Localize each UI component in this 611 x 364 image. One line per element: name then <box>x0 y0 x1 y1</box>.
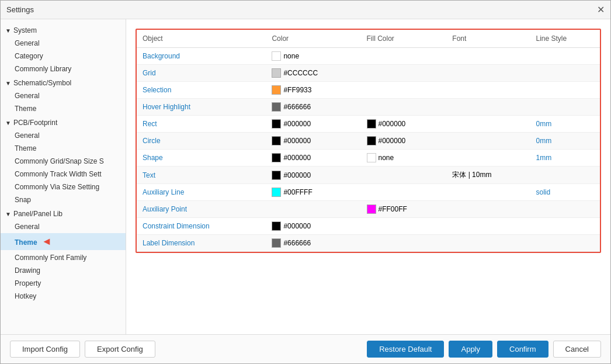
sidebar-section-panel: ▼ Panel/Panel Lib General Theme ◄ <box>1 207 126 250</box>
cell-fill-color[interactable] <box>361 48 447 65</box>
cell-color[interactable]: #666666 <box>266 99 360 116</box>
apply-button[interactable]: Apply <box>449 341 492 358</box>
cell-fill-color[interactable]: #FF00FF <box>361 201 447 218</box>
cell-fill-color[interactable] <box>361 99 447 116</box>
color-swatch[interactable] <box>272 136 281 145</box>
sidebar-section-header-system[interactable]: ▼ System <box>1 24 126 37</box>
color-swatch[interactable] <box>272 188 281 197</box>
color-swatch[interactable] <box>272 119 281 129</box>
cell-color[interactable]: #FF9933 <box>266 82 360 99</box>
table-row[interactable]: Label Dimension#666666 <box>137 235 600 252</box>
object-link[interactable]: Shape <box>143 154 163 162</box>
color-text: #FF9933 <box>283 86 311 94</box>
line-style-value: 1mm <box>536 154 552 162</box>
sidebar-item-general-panel[interactable]: General <box>1 220 126 233</box>
table-row[interactable]: Rect#000000#0000000mm <box>137 116 600 133</box>
sidebar-item-property[interactable]: Property <box>1 277 126 290</box>
object-link[interactable]: Label Dimension <box>143 239 195 247</box>
sidebar-item-theme-schematic[interactable]: Theme <box>1 102 126 115</box>
cell-color[interactable]: #000000 <box>266 116 360 133</box>
sidebar-item-commonly-grid[interactable]: Commonly Grid/Snap Size S <box>1 155 126 168</box>
sidebar-item-snap[interactable]: Snap <box>1 193 126 206</box>
color-swatch[interactable] <box>272 51 281 61</box>
cell-fill-color[interactable] <box>361 184 447 201</box>
object-link[interactable]: Auxiliary Point <box>143 205 187 213</box>
color-swatch[interactable] <box>272 153 281 162</box>
cell-color[interactable]: #000000 <box>266 167 360 184</box>
color-swatch[interactable] <box>272 102 281 112</box>
table-row[interactable]: Auxiliary Line#00FFFFsolid <box>137 184 600 201</box>
table-row[interactable]: Backgroundnone <box>137 48 600 65</box>
object-link[interactable]: Auxiliary Line <box>143 188 184 196</box>
sidebar-section-header-panel[interactable]: ▼ Panel/Panel Lib <box>1 207 126 220</box>
sidebar-item-category[interactable]: Category <box>1 50 126 63</box>
cell-object: Grid <box>137 65 266 82</box>
object-link[interactable]: Background <box>143 52 180 60</box>
sidebar-section-header-pcb[interactable]: ▼ PCB/Footprint <box>1 116 126 129</box>
export-config-button[interactable]: Export Config <box>85 341 155 358</box>
cell-fill-color[interactable]: #000000 <box>361 133 447 150</box>
import-config-button[interactable]: Import Config <box>10 341 80 358</box>
cell-fill-color[interactable] <box>361 65 447 82</box>
cell-color[interactable]: #666666 <box>266 235 360 252</box>
sidebar-item-commonly-track[interactable]: Commonly Track Width Sett <box>1 168 126 181</box>
cell-fill-color[interactable] <box>361 235 447 252</box>
confirm-button[interactable]: Confirm <box>497 341 548 358</box>
arrow-pcb: ▼ <box>5 120 11 126</box>
object-link[interactable]: Grid <box>143 69 156 77</box>
fill-color-swatch[interactable] <box>367 204 376 214</box>
main-panel: Object Color Fill Color Font Line Style … <box>126 19 610 334</box>
table-row[interactable]: Constraint Dimension#000000 <box>137 218 600 235</box>
sidebar-section-header-schematic[interactable]: ▼ Schematic/Symbol <box>1 77 126 89</box>
sidebar-item-general-pcb[interactable]: General <box>1 129 126 142</box>
object-link[interactable]: Selection <box>143 86 171 94</box>
color-swatch[interactable] <box>272 68 281 78</box>
sidebar-item-theme-panel[interactable]: Theme ◄ <box>1 233 126 250</box>
close-button[interactable]: ✕ <box>597 4 605 15</box>
table-row[interactable]: Auxiliary Point#FF00FF <box>137 201 600 218</box>
cell-fill-color[interactable] <box>361 218 447 235</box>
object-link[interactable]: Rect <box>143 120 157 128</box>
sidebar-item-general-schematic[interactable]: General <box>1 89 126 102</box>
table-row[interactable]: Hover Highlight#666666 <box>137 99 600 116</box>
cell-color[interactable] <box>266 201 360 218</box>
sidebar-item-commonly-via[interactable]: Commonly Via Size Setting <box>1 181 126 193</box>
sidebar-item-hotkey[interactable]: Hotkey <box>1 290 126 303</box>
object-link[interactable]: Constraint Dimension <box>143 222 210 230</box>
sidebar-item-theme-pcb[interactable]: Theme <box>1 142 126 155</box>
color-swatch[interactable] <box>272 171 281 180</box>
table-row[interactable]: Selection#FF9933 <box>137 82 600 99</box>
sidebar-item-general-system[interactable]: General <box>1 37 126 50</box>
sidebar: ▼ System General Category Commonly Libra… <box>1 19 126 334</box>
color-swatch[interactable] <box>272 221 281 231</box>
fill-color-swatch[interactable] <box>367 153 376 162</box>
cell-color[interactable]: #000000 <box>266 150 360 167</box>
cell-fill-color[interactable]: #000000 <box>361 116 447 133</box>
table-row[interactable]: Circle#000000#0000000mm <box>137 133 600 150</box>
cell-color[interactable]: #000000 <box>266 133 360 150</box>
table-row[interactable]: Grid#CCCCCC <box>137 65 600 82</box>
cell-fill-color[interactable] <box>361 167 447 184</box>
cell-line-style <box>530 201 600 218</box>
object-link[interactable]: Text <box>143 171 155 179</box>
object-link[interactable]: Circle <box>143 137 161 145</box>
cell-fill-color[interactable] <box>361 82 447 99</box>
color-swatch[interactable] <box>272 238 281 248</box>
restore-default-button[interactable]: Restore Default <box>367 341 444 358</box>
col-header-fill-color: Fill Color <box>361 30 447 48</box>
table-row[interactable]: Shape#000000none1mm <box>137 150 600 167</box>
sidebar-item-drawing[interactable]: Drawing <box>1 264 126 277</box>
table-row[interactable]: Text#000000宋体 | 10mm <box>137 167 600 184</box>
cancel-button[interactable]: Cancel <box>553 341 601 358</box>
sidebar-item-commonly-font[interactable]: Commonly Font Family <box>1 251 126 264</box>
cell-fill-color[interactable]: none <box>361 150 447 167</box>
fill-color-swatch[interactable] <box>367 136 376 145</box>
fill-color-swatch[interactable] <box>367 119 376 129</box>
cell-color[interactable]: #CCCCCC <box>266 65 360 82</box>
sidebar-item-commonly-library[interactable]: Commonly Library <box>1 63 126 75</box>
cell-color[interactable]: none <box>266 48 360 65</box>
cell-color[interactable]: #00FFFF <box>266 184 360 201</box>
color-swatch[interactable] <box>272 85 281 95</box>
cell-color[interactable]: #000000 <box>266 218 360 235</box>
object-link[interactable]: Hover Highlight <box>143 103 190 111</box>
